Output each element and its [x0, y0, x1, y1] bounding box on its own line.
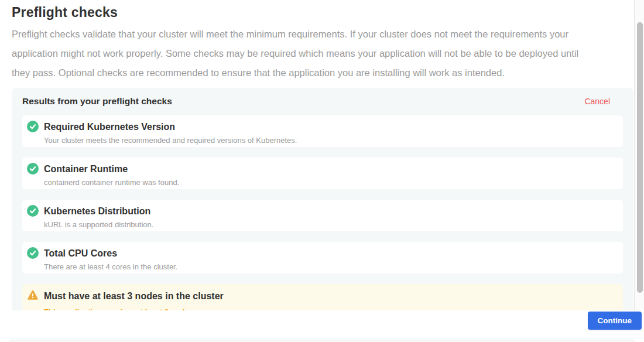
- check-card: Total CPU Cores There are at least 4 cor…: [22, 242, 623, 273]
- footer-bar: Continue: [0, 310, 644, 342]
- results-heading: Results from your preflight checks: [22, 96, 172, 107]
- next-section-edge: [9, 338, 635, 342]
- preflight-page: Preflight checks Preflight checks valida…: [0, 5, 633, 310]
- check-circle-icon: [27, 163, 39, 175]
- page-description: Preflight checks validate that your clus…: [12, 25, 633, 83]
- check-detail: Your cluster meets the recommended and r…: [44, 136, 616, 145]
- description-line: Preflight checks validate that your clus…: [12, 25, 633, 44]
- check-title: Total CPU Cores: [44, 248, 616, 259]
- cancel-button[interactable]: Cancel: [584, 97, 610, 106]
- warning-triangle-icon: [27, 289, 39, 301]
- check-title: Must have at least 3 nodes in the cluste…: [44, 290, 616, 302]
- check-title: Required Kubernetes Version: [44, 121, 616, 133]
- check-circle-icon: [27, 247, 39, 259]
- check-detail: There are at least 4 cores in the cluste…: [44, 262, 616, 272]
- description-line: application might not work properly. Som…: [12, 44, 633, 63]
- continue-button[interactable]: Continue: [588, 312, 642, 330]
- check-circle-icon: [27, 121, 39, 132]
- panel-header: Results from your preflight checks Cance…: [22, 96, 623, 107]
- check-card: Kubernetes Distribution kURL is a suppor…: [22, 200, 623, 231]
- scrollbar-thumb[interactable]: [637, 22, 643, 293]
- scrollbar[interactable]: [634, 0, 644, 310]
- check-card: Required Kubernetes Version Your cluster…: [22, 115, 623, 147]
- check-title: Container Runtime: [44, 163, 616, 175]
- description-line: they pass. Optional checks are recommend…: [12, 63, 633, 83]
- check-title: Kubernetes Distribution: [44, 206, 616, 217]
- preflight-results-panel: Results from your preflight checks Cance…: [12, 88, 633, 310]
- check-circle-icon: [27, 205, 39, 217]
- check-detail: kURL is a supported distribution.: [44, 220, 616, 230]
- page-title: Preflight checks: [12, 5, 633, 20]
- check-detail: containerd container runtime was found.: [44, 178, 616, 187]
- check-card: Must have at least 3 nodes in the cluste…: [22, 284, 623, 310]
- scroll-viewport: Preflight checks Preflight checks valida…: [0, 0, 634, 310]
- check-card: Container Runtime containerd container r…: [22, 158, 623, 189]
- check-list: Required Kubernetes Version Your cluster…: [22, 115, 623, 310]
